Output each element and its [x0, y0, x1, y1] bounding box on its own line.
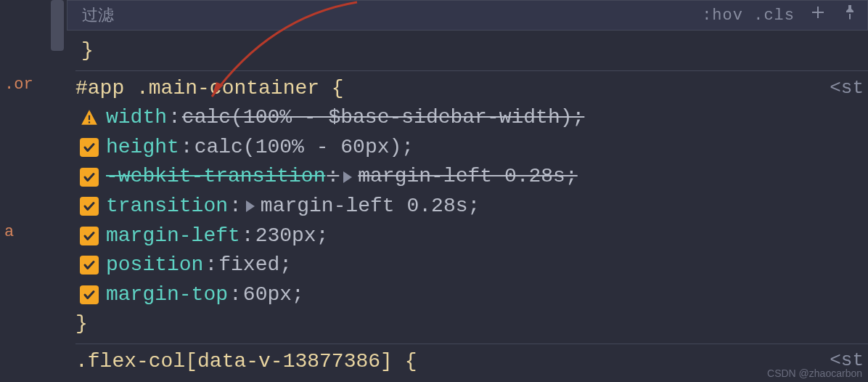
- css-value[interactable]: calc(100% - $base-sidebar-width);: [182, 103, 585, 133]
- line-gutter: .or a: [0, 0, 44, 382]
- brace-close: }: [75, 36, 868, 66]
- rule-divider: [75, 70, 868, 71]
- css-declaration[interactable]: height: calc(100% - 60px);: [75, 133, 868, 163]
- property-checkbox[interactable]: [80, 168, 99, 187]
- css-declaration[interactable]: position: fixed;: [75, 251, 868, 280]
- css-property[interactable]: -webkit-transition: [106, 162, 325, 192]
- property-checkbox[interactable]: [80, 138, 99, 157]
- styles-panel: 过滤 :hov .cls } #app .main-container { <s…: [67, 0, 868, 382]
- warning-icon: [80, 108, 99, 127]
- css-property[interactable]: height: [106, 133, 179, 163]
- brace-close: }: [75, 309, 868, 339]
- property-checkbox[interactable]: [80, 285, 99, 304]
- css-property[interactable]: position: [106, 251, 203, 280]
- css-declaration[interactable]: -webkit-transition: margin-left 0.28s;: [75, 162, 868, 192]
- svg-rect-3: [89, 115, 90, 121]
- property-checkbox[interactable]: [80, 256, 99, 275]
- css-value[interactable]: calc(100% - 60px);: [195, 133, 414, 163]
- css-property[interactable]: transition: [106, 192, 228, 222]
- css-declaration[interactable]: transition: margin-left 0.28s;: [75, 192, 868, 222]
- new-style-button[interactable]: [809, 3, 827, 28]
- css-property[interactable]: width: [106, 103, 167, 133]
- source-link[interactable]: <st: [830, 75, 865, 102]
- expand-shorthand-icon[interactable]: [246, 200, 255, 212]
- css-declaration[interactable]: margin-top: 60px;: [75, 280, 868, 310]
- css-property[interactable]: margin-top: [106, 280, 228, 310]
- rule-divider: [75, 344, 868, 344]
- css-value[interactable]: margin-left 0.28s;: [261, 192, 480, 222]
- css-selector[interactable]: #app .main-container {: [75, 74, 344, 104]
- filter-input[interactable]: 过滤: [76, 4, 702, 26]
- gutter-text: a: [0, 220, 44, 244]
- styles-toolbar: 过滤 :hov .cls: [67, 0, 868, 31]
- css-value[interactable]: 60px;: [243, 280, 304, 310]
- css-value[interactable]: margin-left 0.28s;: [358, 162, 577, 192]
- svg-rect-4: [89, 122, 90, 123]
- css-rules-content: } #app .main-container { <st width: calc…: [67, 31, 868, 377]
- watermark: CSDN @zhaocarbon: [767, 367, 862, 379]
- css-declaration[interactable]: margin-left: 230px;: [75, 222, 868, 251]
- css-selector[interactable]: .flex-col[data-v-13877386] {: [75, 347, 417, 377]
- expand-shorthand-icon[interactable]: [343, 171, 352, 183]
- gutter-text: .or: [0, 73, 44, 97]
- property-checkbox[interactable]: [80, 227, 99, 245]
- css-value[interactable]: fixed;: [218, 251, 292, 280]
- css-declaration[interactable]: width: calc(100% - $base-sidebar-width);: [75, 103, 868, 133]
- scrollbar-thumb[interactable]: [51, 0, 64, 51]
- hov-cls-toggle[interactable]: :hov .cls: [702, 7, 795, 25]
- css-value[interactable]: 230px;: [255, 222, 329, 251]
- property-checkbox[interactable]: [80, 197, 99, 216]
- pin-button[interactable]: [841, 3, 859, 28]
- css-property[interactable]: margin-left: [106, 222, 240, 251]
